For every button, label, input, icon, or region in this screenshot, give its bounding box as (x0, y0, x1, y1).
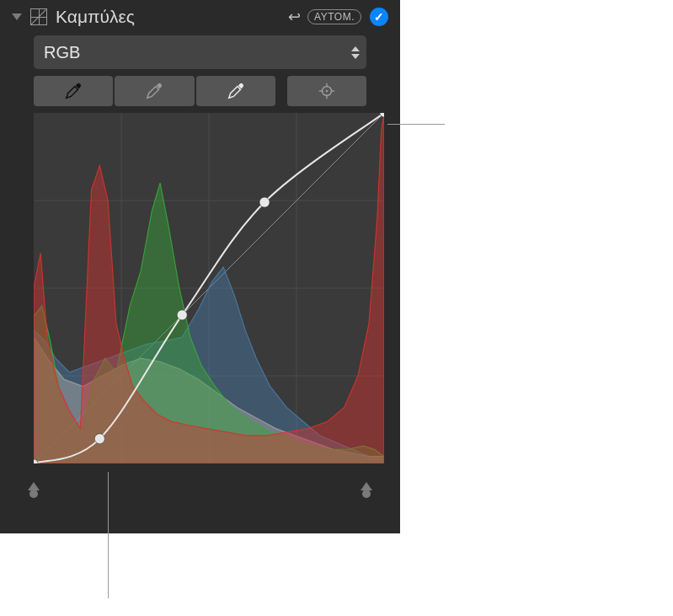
curves-histogram[interactable] (34, 113, 384, 463)
reset-icon[interactable]: ↩ (288, 8, 301, 26)
target-icon (318, 82, 336, 100)
svg-point-14 (94, 434, 104, 444)
svg-point-5 (326, 90, 328, 93)
eyedropper-toolbar (34, 76, 366, 106)
panel-title: Καμπύλες (56, 7, 283, 27)
panel-header: Καμπύλες ↩ ΑΥΤΟΜ. ✓ (0, 0, 400, 35)
eyedropper-icon (227, 82, 245, 100)
eyedropper-icon (145, 82, 163, 100)
svg-point-16 (259, 197, 270, 207)
eyedropper-gray-button[interactable] (115, 76, 194, 106)
channel-dropdown-label: RGB (44, 43, 80, 62)
eyedropper-black-button[interactable] (34, 76, 113, 106)
dropdown-arrows-icon (345, 35, 366, 69)
enabled-checkmark-icon[interactable]: ✓ (370, 8, 388, 26)
callout-line (387, 124, 445, 125)
curves-panel: Καμπύλες ↩ ΑΥΤΟΜ. ✓ RGB (0, 0, 400, 533)
disclosure-triangle-icon[interactable] (12, 13, 22, 20)
callout-line (108, 472, 109, 598)
eyedropper-white-button[interactable] (196, 76, 275, 106)
curves-icon (30, 8, 47, 25)
auto-button[interactable]: ΑΥΤΟΜ. (307, 9, 361, 24)
eyedropper-icon (64, 82, 83, 100)
add-point-button[interactable] (287, 76, 366, 106)
channel-dropdown[interactable]: RGB (34, 35, 366, 69)
svg-point-15 (177, 310, 187, 320)
histogram-container (34, 113, 366, 463)
